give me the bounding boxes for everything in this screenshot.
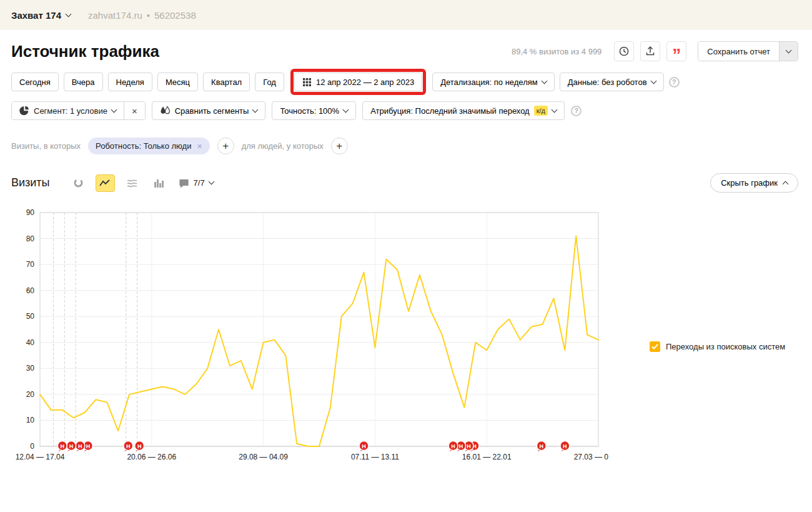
add-visit-filter-button[interactable]: + bbox=[217, 138, 234, 154]
area-chart-type-button[interactable] bbox=[122, 174, 142, 192]
segment-button[interactable]: Сегмент: 1 условие bbox=[12, 102, 124, 119]
y-tick-label: 30 bbox=[26, 364, 35, 373]
annotation-marker[interactable]: Н bbox=[124, 441, 133, 453]
chevron-down-icon bbox=[66, 11, 72, 17]
pie-icon bbox=[19, 106, 29, 116]
close-icon[interactable]: × bbox=[197, 142, 202, 151]
svg-text:Н: Н bbox=[451, 443, 455, 449]
legend-label: Переходы из поисковых систем bbox=[666, 342, 785, 351]
attribution-select[interactable]: Атрибуция: Последний значимый переход к/… bbox=[362, 101, 565, 120]
donut-chart-icon bbox=[73, 178, 84, 188]
segment-split-button: Сегмент: 1 условие × bbox=[11, 101, 146, 120]
accuracy-select[interactable]: Точность: 100% bbox=[272, 101, 356, 120]
people-filter-label: для людей, у которых bbox=[242, 141, 324, 151]
line-chart-icon bbox=[99, 179, 111, 188]
svg-text:Н: Н bbox=[137, 443, 142, 449]
sample-info: 89,4 % визитов из 4 999 bbox=[512, 47, 602, 56]
help-icon[interactable]: ? bbox=[669, 77, 680, 88]
y-tick-label: 90 bbox=[26, 208, 35, 217]
compare-segments-button[interactable]: Сравнить сегменты bbox=[152, 101, 266, 120]
chevron-up-icon bbox=[783, 181, 789, 187]
tab-yesterday[interactable]: Вчера bbox=[64, 73, 103, 91]
date-range-label: 12 апр 2022 — 2 апр 2023 bbox=[316, 78, 414, 87]
export-button[interactable] bbox=[640, 41, 660, 61]
tab-month[interactable]: Месяц bbox=[157, 73, 198, 91]
chart-title: Визиты bbox=[11, 176, 50, 189]
close-icon: × bbox=[132, 106, 137, 116]
annotation-marker[interactable]: Н bbox=[537, 441, 546, 453]
tab-week[interactable]: Неделя bbox=[108, 73, 152, 91]
site-domain: zahvat174.ru bbox=[88, 10, 142, 21]
annotation-marker[interactable]: Н bbox=[135, 441, 144, 453]
y-tick-label: 40 bbox=[26, 338, 35, 347]
annotation-marker[interactable]: Н bbox=[67, 441, 76, 453]
tab-today[interactable]: Сегодня bbox=[11, 73, 59, 91]
chart-section: 010203040506070809012.04 — 17.0420.06 — … bbox=[0, 206, 812, 464]
chevron-down-icon bbox=[111, 106, 117, 113]
line-chart-type-button[interactable] bbox=[96, 174, 115, 192]
chevron-down-icon bbox=[650, 78, 656, 84]
help-icon[interactable]: ? bbox=[571, 106, 582, 116]
robot-filter-chip[interactable]: Роботность: Только люди × bbox=[88, 138, 210, 154]
svg-text:Н: Н bbox=[467, 443, 471, 449]
topbar: Захват 174 zahvat174.ru • 56202538 bbox=[0, 0, 812, 30]
x-tick-label: 27.03 — 02.04 bbox=[574, 453, 608, 461]
pie-chart-type-button[interactable] bbox=[69, 174, 88, 192]
columns-chart-icon bbox=[154, 178, 164, 188]
tab-year[interactable]: Год bbox=[255, 73, 284, 91]
visits-chart[interactable]: 010203040506070809012.04 — 17.0420.06 — … bbox=[9, 206, 608, 464]
chart-type-switcher bbox=[69, 174, 169, 192]
stacked-area-icon bbox=[127, 178, 137, 188]
chevron-down-icon bbox=[786, 47, 792, 53]
tab-quarter[interactable]: Квартал bbox=[203, 73, 250, 91]
svg-text:Н: Н bbox=[540, 443, 544, 449]
counter-switcher[interactable]: Захват 174 bbox=[11, 10, 71, 21]
y-tick-label: 60 bbox=[26, 286, 35, 295]
site-info: zahvat174.ru • 56202538 bbox=[88, 10, 196, 21]
detail-label: Детализация: по неделям bbox=[440, 78, 538, 87]
annotation-marker[interactable]: Н bbox=[57, 441, 67, 453]
title-row: Источник трафика 89,4 % визитов из 4 999… bbox=[0, 41, 812, 61]
chevron-down-icon bbox=[252, 106, 259, 113]
highlight-annotation: 12 апр 2022 — 2 апр 2023 bbox=[290, 69, 426, 95]
annotation-marker[interactable]: Н bbox=[359, 441, 369, 453]
comments-dropdown[interactable]: 7/7 bbox=[179, 178, 214, 188]
save-report-dropdown[interactable] bbox=[779, 42, 798, 61]
date-range-button[interactable]: 12 апр 2022 — 2 апр 2023 bbox=[294, 73, 422, 91]
period-row: Сегодня Вчера Неделя Месяц Квартал Год 1… bbox=[0, 73, 812, 91]
add-people-filter-button[interactable]: + bbox=[331, 138, 348, 154]
attribution-badge: к/д bbox=[534, 106, 548, 116]
chevron-down-icon bbox=[343, 106, 349, 113]
detail-select[interactable]: Детализация: по неделям bbox=[432, 73, 555, 91]
segment-row: Сегмент: 1 условие × Сравнить сегменты Т… bbox=[0, 101, 812, 120]
accuracy-label: Точность: 100% bbox=[280, 106, 339, 116]
annotation-marker[interactable]: Н bbox=[560, 441, 570, 453]
svg-text:Н: Н bbox=[86, 443, 91, 449]
y-tick-label: 80 bbox=[26, 234, 35, 243]
legend-checkbox[interactable] bbox=[650, 341, 660, 352]
save-report-split-button: Сохранить отчет bbox=[698, 41, 798, 61]
data-mode-select[interactable]: Данные: без роботов bbox=[560, 73, 664, 91]
clock-icon bbox=[618, 46, 630, 57]
series-line bbox=[40, 236, 598, 446]
segment-clear-button[interactable]: × bbox=[124, 102, 145, 119]
y-tick-label: 50 bbox=[26, 312, 35, 321]
chevron-down-icon bbox=[208, 179, 214, 185]
hide-chart-button[interactable]: Скрыть график bbox=[710, 173, 798, 193]
x-tick-label: 29.08 — 04.09 bbox=[239, 453, 288, 461]
svg-text:Н: Н bbox=[362, 443, 366, 449]
save-report-button[interactable]: Сохранить отчет bbox=[698, 42, 779, 61]
bar-chart-type-button[interactable] bbox=[149, 174, 169, 192]
metrica-logo-button[interactable]: ” bbox=[666, 41, 686, 61]
history-button[interactable] bbox=[614, 41, 634, 61]
svg-text:Н: Н bbox=[563, 443, 567, 449]
calendar-grid-icon bbox=[302, 78, 312, 87]
chart-legend: Переходы из поисковых систем bbox=[650, 341, 785, 352]
annotation-marker[interactable]: Н bbox=[448, 441, 458, 453]
annotation-marker[interactable]: Н bbox=[76, 441, 85, 453]
svg-text:Н: Н bbox=[61, 443, 65, 449]
chevron-down-icon bbox=[552, 106, 558, 113]
counter-name: Захват 174 bbox=[11, 10, 61, 21]
drops-icon bbox=[160, 106, 171, 116]
comment-bubble-icon bbox=[179, 178, 189, 188]
